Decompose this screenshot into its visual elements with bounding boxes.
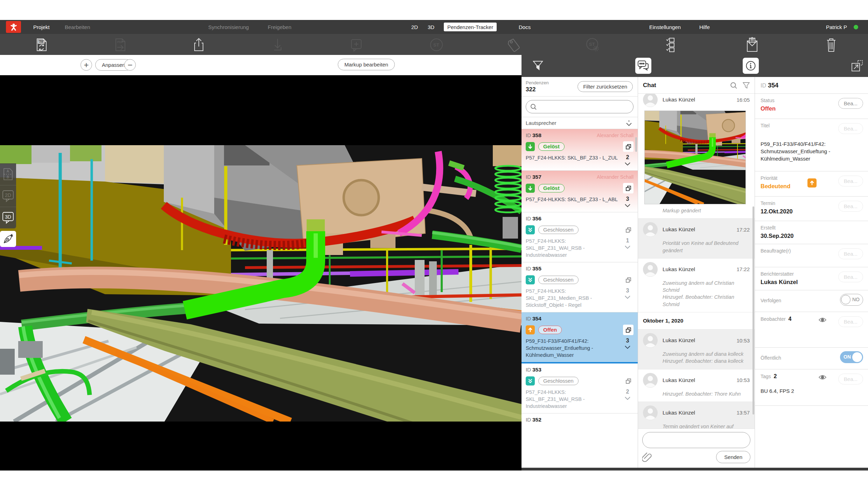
edit-tags-button[interactable]: Bea... [838, 374, 863, 384]
chat-input-area: Senden [638, 429, 755, 468]
3d-mode-icon[interactable]: 3D [0, 207, 16, 228]
copy-icon[interactable] [623, 275, 634, 285]
expand-chevron-icon[interactable] [624, 296, 631, 299]
copy-icon[interactable] [623, 183, 634, 193]
issue-card-352[interactable]: ID352 [522, 413, 638, 426]
share-icon[interactable] [191, 37, 207, 53]
status-pill: Gelöst [538, 184, 565, 192]
3d-viewport: + Anpassen − Markup bearbeiten A B [0, 55, 522, 471]
mail-report-icon[interactable] [744, 37, 760, 53]
expand-chevron-icon[interactable] [624, 204, 631, 207]
zoom-in-button[interactable]: + [80, 59, 92, 71]
issues-search-input[interactable] [539, 104, 629, 110]
add-stamp-icon[interactable] [348, 37, 364, 53]
tab-2d[interactable]: 2D [411, 24, 418, 30]
sort-chevron-icon[interactable] [626, 120, 632, 126]
menu-synchronisierung[interactable]: Synchronisierung [208, 24, 249, 30]
public-toggle[interactable]: ON [840, 351, 863, 363]
detail-id: ID354 [755, 77, 868, 94]
stamp-settings-icon[interactable]: ST [584, 37, 601, 53]
issue-card-356[interactable]: ID356 Geschlossen P57_F24-HLKKS: SKL_BF_… [522, 212, 638, 262]
section-ab-icon[interactable]: A B [0, 163, 16, 185]
menu-einstellungen[interactable]: Einstellungen [649, 24, 681, 30]
edit-assignee-button[interactable]: Bea... [838, 248, 863, 259]
menu-hilfe[interactable]: Hilfe [699, 24, 710, 30]
chat-message: Lukas Künzel 17:22 Zuweisung ändern auf … [638, 259, 755, 312]
tab-pendenzen-tracker[interactable]: Pendenzen-Tracker [444, 23, 497, 31]
3d-canvas[interactable]: A B 2D [0, 75, 522, 471]
edit-watchers-button[interactable]: Bea... [838, 316, 863, 327]
copy-icon[interactable] [623, 325, 634, 335]
stamp-icon[interactable]: ST [428, 37, 444, 53]
search-icon [530, 104, 537, 110]
detail-assignee-row: Beauftragte(r) Bea... [755, 244, 868, 267]
assignee-watermark: Alexander Schall [597, 133, 634, 138]
chat-message-list[interactable]: Lukas Künzel 16:05 Markup geändert [638, 94, 755, 429]
edit-reporter-button[interactable]: Bea... [838, 271, 863, 282]
zoom-out-button[interactable]: − [124, 59, 136, 71]
download-icon[interactable] [270, 37, 286, 53]
expand-chevron-icon[interactable] [624, 346, 631, 349]
svg-text:2D: 2D [5, 192, 11, 198]
watchers-eye-icon[interactable] [818, 317, 827, 323]
chat-scrollbar[interactable] [752, 206, 754, 415]
avatar [643, 262, 658, 277]
revizto-logo-icon[interactable] [6, 21, 21, 33]
priority-low-icon [526, 184, 535, 193]
issue-card-358[interactable]: ID358 Alexander Schall Gelöst P57_F24-HL… [522, 129, 638, 171]
tab-3d[interactable]: 3D [428, 24, 434, 30]
edit-title-button[interactable]: Bea... [838, 123, 863, 134]
edit-status-button[interactable]: Bea... [838, 98, 863, 109]
info-panel-icon[interactable] [743, 58, 759, 74]
tag-icon[interactable] [506, 37, 522, 53]
chat-panel-icon[interactable] [635, 58, 651, 74]
group-label: Lautsprecher [526, 120, 556, 126]
send-button[interactable]: Senden [716, 451, 750, 463]
issues-search[interactable] [526, 100, 634, 113]
status-pill: Offen [538, 326, 562, 334]
chat-filter-icon[interactable] [743, 82, 750, 89]
copy-icon[interactable] [623, 225, 634, 235]
attach-icon[interactable] [642, 452, 652, 463]
issue-card-355[interactable]: ID355 Geschlossen P57_F24-HLKKS: SKL_BF_… [522, 262, 638, 312]
pen-markup-icon[interactable] [0, 231, 16, 247]
tags-eye-icon[interactable] [818, 374, 827, 380]
edit-due-button[interactable]: Bea... [838, 201, 863, 212]
avatar [643, 222, 658, 237]
issue-card-357[interactable]: ID357 Alexander Schall Gelöst P57_F24-HL… [522, 171, 638, 212]
chat-date-separator: Oktober 1, 2020 [638, 312, 755, 330]
menu-bearbeiten[interactable]: Bearbeiten [65, 24, 90, 30]
markup-snapshot-thumbnail[interactable] [644, 111, 746, 204]
user-name[interactable]: Patrick P [826, 24, 847, 30]
chat-message-input[interactable] [642, 432, 750, 448]
online-status-dot [854, 25, 858, 29]
issue-card-354-selected[interactable]: ID354 Offen P59_F31-F33/F40/F41/F42: Sch… [522, 312, 638, 363]
watch-toggle[interactable]: NO [840, 294, 863, 306]
copy-icon[interactable] [623, 376, 634, 386]
2d-mode-icon[interactable]: 2D [0, 185, 16, 207]
tab-docs[interactable]: Docs [519, 24, 531, 30]
copy-icon[interactable] [623, 141, 634, 152]
pdf-export-icon[interactable]: PDF [112, 37, 128, 53]
viewport-toolbar: A B 2D [0, 163, 16, 247]
reset-filter-button[interactable]: Filter zurücksetzen [578, 81, 633, 92]
priority-closed-icon [526, 376, 535, 386]
menu-projekt[interactable]: Projekt [33, 24, 50, 30]
issue-card-353[interactable]: ID353 Geschlossen P57_F24-HLKKS: SKL_BF_… [522, 363, 638, 413]
expand-chevron-icon[interactable] [624, 246, 631, 249]
expand-chevron-icon[interactable] [624, 397, 631, 400]
issues-filter-icon[interactable] [533, 61, 543, 70]
trash-icon[interactable] [823, 37, 839, 53]
issues-group-row[interactable]: Lautsprecher [522, 117, 638, 129]
edit-priority-button[interactable]: Bea... [838, 176, 863, 186]
detail-watch-row: Verfolgen NO [755, 290, 868, 312]
popout-icon[interactable] [851, 60, 863, 72]
bcf-sync-icon[interactable]: BCF [33, 37, 49, 53]
checklist-icon[interactable] [664, 37, 680, 53]
menu-freigeben[interactable]: Freigeben [268, 24, 292, 30]
expand-chevron-icon[interactable] [624, 162, 631, 165]
issues-scrollbar[interactable] [635, 137, 637, 152]
edit-markup-button[interactable]: Markup bearbeiten [338, 59, 395, 70]
chat-search-icon[interactable] [730, 82, 737, 89]
chat-panel: Chat Lukas Künzel 16:05 [638, 77, 755, 468]
